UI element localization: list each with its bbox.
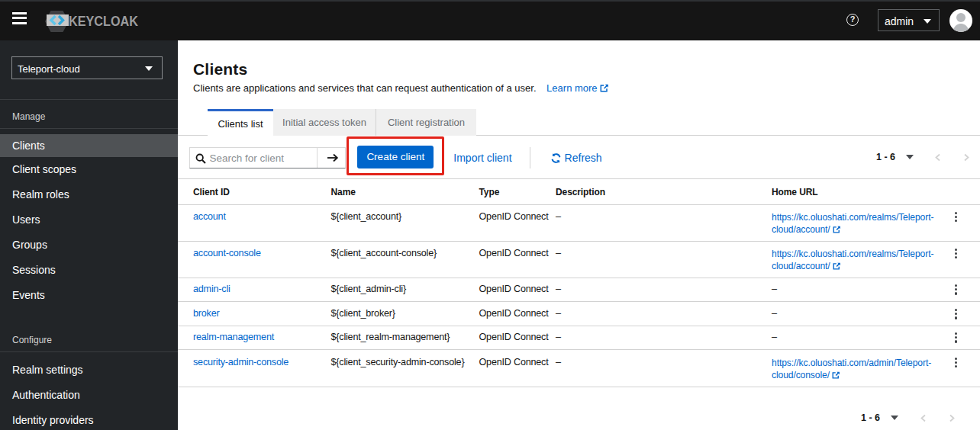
svg-text:KEYCLOAK: KEYCLOAK <box>69 13 138 29</box>
